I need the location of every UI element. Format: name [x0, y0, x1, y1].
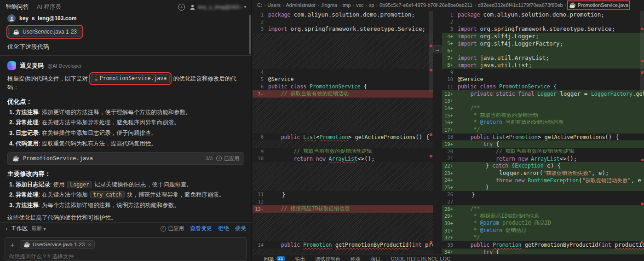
line-number: 23+ [442, 170, 458, 176]
line-number: 12 [253, 199, 268, 204]
reject-link[interactable]: 拒绝 [218, 225, 229, 232]
panel-tab-label: CODE REFERENCE LOG [391, 256, 451, 261]
code-line: 12+ private static final Logger logger =… [442, 90, 644, 98]
diff-filler-row [253, 169, 433, 177]
list-number: 2. [9, 119, 16, 126]
breadcrumb-item[interactable]: Users [267, 2, 281, 8]
line-number: 30+ [442, 220, 458, 226]
list-item: 2. 异常处理: 在关键方法中添加异常处理，避免程序因异常而崩溃。 [7, 118, 244, 127]
user-message-text: 优化下这段代码 [7, 43, 244, 51]
file-card-name: PromotionService.java [23, 155, 93, 162]
arrow-right-icon[interactable]: → [433, 45, 442, 53]
chat-tab[interactable]: 智能问答 [6, 3, 29, 11]
breadcrumb-item[interactable]: tmp [342, 2, 351, 8]
bold-term: 代码复用 [16, 140, 39, 147]
list-number: 3. [9, 130, 16, 136]
breadcrumb-item[interactable]: d82eed332e8f41c1179f70ea673f85eb [477, 2, 563, 8]
line-number: 20 [442, 149, 458, 154]
code-line: 3import org.springframework.stereotype.S… [253, 25, 433, 33]
code-text: return new ArrayList<>(); [268, 154, 433, 163]
breadcrumb-item[interactable]: sp [369, 2, 374, 8]
line-number: 2 [442, 19, 458, 24]
user-message: key_s_leng@163.com ☕ UserService.java 1-… [7, 14, 244, 51]
scrollbar-thumb[interactable] [429, 11, 433, 92]
code-text: // 根据商品ID获取促销信息 [268, 205, 433, 213]
check-icon: ✓ [161, 226, 166, 232]
input-placeholder[interactable]: 你想提问什么？# 选择文件 [9, 253, 243, 261]
bold-term: 异常处理 [16, 191, 39, 198]
context-file-chip[interactable]: ☕ UserService.java 1-23 [8, 27, 81, 37]
code-text: public class PromotionService { [268, 82, 433, 91]
line-number: 4 [253, 70, 268, 75]
list-item: 3. 日志记录: 在关键操作中添加日志记录，便于问题排查。 [7, 129, 244, 138]
input-context-chip[interactable]: ☕ UserService.java 1-23 × [20, 240, 95, 249]
panel-tab[interactable]: 调试控制台 [310, 255, 345, 261]
breadcrumb-item[interactable]: Administrator [286, 2, 316, 8]
add-context-button[interactable]: + [9, 241, 16, 249]
list-item: 1. 方法注释: 添加更详细的方法注释，便于理解每个方法的功能和参数。 [7, 108, 244, 117]
code-file-card[interactable]: ☕ PromotionService.java 3/3 ✓ 已应用 [7, 152, 244, 165]
chat-header: 智能问答AI 程序员 + key_s_leng@163.com ▾ [0, 0, 252, 14]
list-number: 1. [9, 109, 16, 116]
code-line: 15+ * 获取当前有效的促销活动 [442, 112, 644, 119]
line-number: 34+ [442, 249, 458, 254]
code-line: 1package com.aliyun.solution.demo.promot… [442, 11, 644, 18]
breadcrumb: C:›Users›Administrator›.lingma›tmp›vsc›s… [253, 0, 644, 10]
error-marker [641, 241, 644, 244]
breadcrumb-file[interactable]: ☕PromotionService.java [569, 2, 628, 8]
scrollbar-thumb[interactable] [640, 11, 644, 92]
assistant-intro: 根据提供的代码文件，以下是对 ☕PromotionService.java 的优… [7, 74, 244, 93]
panel-tab[interactable]: 端口 [366, 255, 386, 261]
close-icon[interactable]: × [88, 242, 91, 247]
code-text: * @return 促销信息 [458, 227, 644, 234]
list-item: 4. 代码复用: 提取重复代码为私有方法，提高代码复用性。 [7, 139, 244, 148]
error-marker [430, 155, 432, 157]
account-menu[interactable]: key_s_leng@163.com ▾ [190, 4, 246, 10]
ai-chat-panel: 智能问答AI 程序员 + key_s_leng@163.com ▾ key_s_… [0, 0, 252, 261]
accept-link[interactable]: 接受 [235, 225, 246, 232]
workspace-title: 工作区 [11, 225, 28, 232]
line-number: 31+ [442, 228, 458, 233]
breadcrumb-item[interactable]: C: [257, 2, 262, 8]
chevron-right-icon: › [376, 3, 378, 8]
breadcrumb-item[interactable]: .lingma [321, 2, 337, 8]
error-marker [641, 60, 644, 62]
chat-tab[interactable]: AI 程序员 [37, 3, 61, 11]
code-text: import org.springframework.stereotype.Se… [268, 24, 433, 33]
line-number: 8 [253, 134, 268, 139]
error-marker [641, 71, 644, 74]
diff-filler-row [253, 162, 433, 169]
code-text: /** [458, 205, 644, 213]
panel-tab[interactable]: 终端 [345, 255, 366, 261]
workspace-filter-dropdown[interactable]: 最新 ▾ [31, 225, 46, 232]
panel-tab[interactable]: 输出 [290, 255, 310, 261]
code-text: * @return 当前有效的促销活动列表 [458, 119, 644, 126]
new-chat-icon[interactable]: + [178, 4, 185, 11]
error-marker [641, 159, 644, 161]
line-number: 1 [253, 12, 268, 17]
list-item: 2. 异常处理: 在关键方法中添加 try-catch 块，捕获并处理异常，避免… [7, 191, 244, 199]
optimization-list: 1. 方法注释: 添加更详细的方法注释，便于理解每个方法的功能和参数。2. 异常… [7, 108, 244, 148]
diff-modified-pane[interactable]: 1package com.aliyun.solution.demo.promot… [442, 10, 644, 254]
code-line: 12 [253, 198, 433, 205]
breadcrumb-item[interactable]: 0b95c5c7-e6ef-4979-b70f-26e8be0ab211 [380, 2, 472, 8]
chat-input-box[interactable]: + ☕ UserService.java 1-23 × 你想提问什么？# 选择文… [5, 237, 247, 261]
panel-tab[interactable]: 问题21 [259, 255, 290, 261]
view-changes-link[interactable]: 查看变更 [190, 225, 212, 232]
code-text: private static final Logger logger = Log… [458, 89, 644, 98]
list-number: 1. [9, 181, 16, 188]
line-number: 4+ [442, 34, 458, 39]
diff-filler-row [253, 213, 433, 220]
chevron-right-icon[interactable]: › [6, 226, 7, 232]
inline-file-chip[interactable]: ☕PromotionService.java [91, 74, 170, 83]
diff-original-pane[interactable]: 1package com.aliyun.solution.demo.promot… [253, 10, 433, 254]
panel-tab[interactable]: CODE REFERENCE LOG [386, 255, 456, 261]
chevron-right-icon: › [353, 3, 354, 8]
code-text: package com.aliyun.solution.demo.promoti… [458, 10, 644, 19]
breadcrumb-item[interactable]: vsc [356, 2, 364, 8]
line-number: 19+ [442, 141, 458, 147]
line-number: 14+ [442, 105, 458, 111]
line-number: 5 [253, 76, 268, 82]
line-number: 9 [442, 70, 458, 75]
chat-scrollbar-thumb[interactable] [249, 15, 251, 54]
